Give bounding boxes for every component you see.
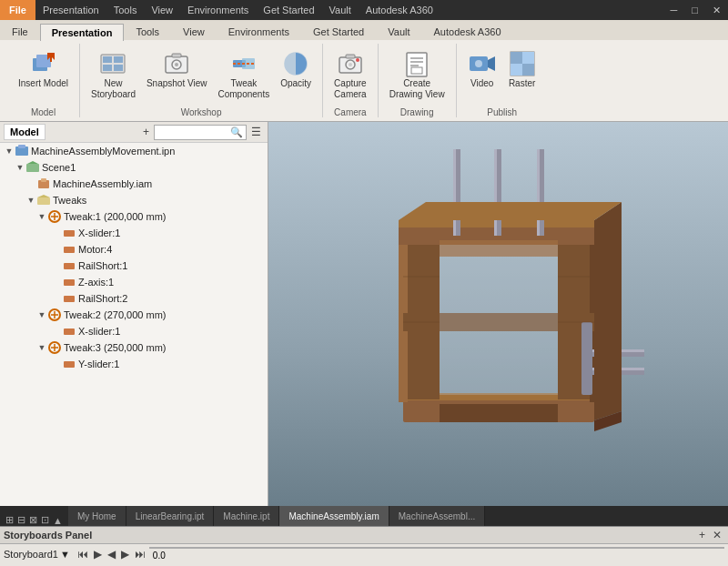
machine-svg <box>349 140 649 486</box>
tick-10: 10 <box>441 548 451 549</box>
tab-view[interactable]: View <box>171 23 217 40</box>
toggle-railshort1 <box>51 261 62 270</box>
file-menu[interactable]: File <box>0 0 35 20</box>
ribbon-group-drawing: CreateDrawing View Drawing <box>379 44 457 117</box>
maximize-button[interactable]: □ <box>684 5 705 15</box>
capture-camera-label: CaptureCamera <box>334 78 367 100</box>
svg-rect-46 <box>64 230 75 237</box>
menu-environments[interactable]: Environments <box>180 0 256 20</box>
insert-model-button[interactable]: Insert Model <box>15 47 72 91</box>
svg-point-19 <box>349 63 352 66</box>
tab-nav-1[interactable]: ⊟ <box>15 514 27 526</box>
tree-item-tweak1[interactable]: ▼ Tweak:1 (200,000 mm) <box>0 208 268 225</box>
capture-camera-button[interactable]: CaptureCamera <box>330 47 370 102</box>
menu-get-started[interactable]: Get Started <box>256 0 321 20</box>
tree-item-assembly-iam[interactable]: MachineAssembly.iam <box>0 176 268 192</box>
tree-item-scene1[interactable]: ▼ Scene1 <box>0 159 268 176</box>
toggle-tweak1[interactable]: ▼ <box>36 212 47 221</box>
raster-icon <box>508 49 537 78</box>
menu-bar: File Presentation Tools View Environment… <box>0 0 728 20</box>
tweak2-icon <box>47 308 62 322</box>
tree-item-tweak2[interactable]: ▼ Tweak:2 (270,000 mm) <box>0 307 268 323</box>
ribbon-camera-items: CaptureCamera <box>330 44 370 106</box>
toggle-root[interactable]: ▼ <box>4 147 15 156</box>
tab-tools[interactable]: Tools <box>124 23 171 40</box>
tab-linear-bearing[interactable]: LinearBearing.ipt <box>126 506 215 526</box>
create-drawing-view-button[interactable]: CreateDrawing View <box>386 47 449 102</box>
ribbon-workshop-items: NewStoryboard Snapshot View TweakCompone… <box>87 44 315 106</box>
search-icon[interactable]: 🔍 <box>230 126 243 138</box>
raster-button[interactable]: Raster <box>504 47 541 91</box>
tweak-components-button[interactable]: TweakComponents <box>214 47 273 102</box>
ribbon-group-camera: CaptureCamera Camera <box>323 44 379 117</box>
storyboard-add-button[interactable]: + <box>696 529 708 541</box>
tab-nav-3[interactable]: ⊡ <box>39 514 51 526</box>
storyboard-close-button[interactable]: ✕ <box>710 529 724 541</box>
video-label: Video <box>470 78 493 89</box>
toggle-tweak3[interactable]: ▼ <box>36 343 47 352</box>
toggle-scene1[interactable]: ▼ <box>15 163 25 172</box>
step-reverse-button[interactable]: ◀ <box>106 548 117 561</box>
skip-to-start-button[interactable]: ⏮ <box>76 548 90 561</box>
search-input[interactable] <box>157 127 230 137</box>
time-value: 0.0 <box>153 551 166 561</box>
tab-scroll-left[interactable]: ⊞ <box>4 514 15 526</box>
tree-item-tweaks[interactable]: ▼ Tweaks <box>0 192 268 208</box>
menu-presentation[interactable]: Presentation <box>35 0 106 20</box>
storyboard-options-icon[interactable]: ▼ <box>60 549 70 560</box>
tree-item-yslider1[interactable]: Y-slider:1 <box>0 356 268 372</box>
play-button[interactable]: ▶ <box>92 548 104 561</box>
tree-item-xslider1-t2[interactable]: X-slider:1 <box>0 323 268 339</box>
tree-item-railshort2[interactable]: RailShort:2 <box>0 290 268 307</box>
toggle-iam[interactable] <box>25 179 36 188</box>
snapshot-view-button[interactable]: Snapshot View <box>143 47 211 91</box>
main-area: Model + 🔍 ☰ ▼ MachineAssemblyMovement.ip… <box>0 122 728 506</box>
toggle-tweaks[interactable]: ▼ <box>25 196 36 205</box>
video-button[interactable]: Video <box>464 47 500 91</box>
new-storyboard-button[interactable]: NewStoryboard <box>87 47 139 102</box>
toggle-zaxis1 <box>51 278 62 287</box>
svg-rect-7 <box>103 65 112 71</box>
sidebar-options-button[interactable]: ☰ <box>248 126 264 138</box>
tab-machine-assembly-iam[interactable]: MachineAssembly.iam <box>279 506 389 526</box>
skip-to-end-button[interactable]: ⏭ <box>133 548 147 561</box>
yslider1-icon <box>62 357 76 371</box>
tree-item-motor4[interactable]: Motor:4 <box>0 241 268 258</box>
tab-presentation[interactable]: Presentation <box>40 24 125 41</box>
tab-vault[interactable]: Vault <box>376 23 421 40</box>
tree-item-railshort1[interactable]: RailShort:1 <box>0 258 268 274</box>
viewport[interactable] <box>268 122 728 506</box>
close-button[interactable]: ✕ <box>705 5 728 16</box>
menu-view[interactable]: View <box>144 0 180 20</box>
tab-environments[interactable]: Environments <box>217 23 301 40</box>
timeline[interactable]: 1 2 3 4 5 6 7 8 9 10 11 12 13 <box>149 547 724 549</box>
menu-tools[interactable]: Tools <box>106 0 145 20</box>
svg-point-21 <box>356 58 359 62</box>
tab-my-home[interactable]: My Home <box>68 506 126 526</box>
sidebar-expand-button[interactable]: + <box>140 126 152 138</box>
tree-item-tweak3[interactable]: ▼ Tweak:3 (250,000 mm) <box>0 339 268 356</box>
tweak-components-label: TweakComponents <box>217 78 269 100</box>
tab-scroll-right[interactable]: ▲ <box>51 515 65 526</box>
sidebar-tab-model[interactable]: Model <box>4 124 46 140</box>
svg-rect-40 <box>41 178 46 182</box>
menu-autodesk-a360[interactable]: Autodesk A360 <box>359 0 440 20</box>
tab-file[interactable]: File <box>0 23 40 40</box>
tree-item-xslider1[interactable]: X-slider:1 <box>0 225 268 241</box>
tree-item-root[interactable]: ▼ MachineAssemblyMovement.ipn <box>0 143 268 159</box>
tab-a360[interactable]: Autodesk A360 <box>422 23 513 40</box>
tree-item-zaxis1[interactable]: Z-axis:1 <box>0 274 268 290</box>
opacity-button[interactable]: Opacity <box>277 47 315 91</box>
step-forward-button[interactable]: ▶ <box>119 548 131 561</box>
xslider1-icon <box>62 226 76 240</box>
tab-machine-ipt[interactable]: Machine.ipt <box>214 506 279 526</box>
tab-nav-2[interactable]: ⊠ <box>27 514 39 526</box>
drawing-group-label: Drawing <box>400 106 434 117</box>
toggle-tweak2[interactable]: ▼ <box>36 310 47 319</box>
tab-machine-assembly-ipn[interactable]: MachineAssembl... <box>389 506 485 526</box>
video-icon <box>468 49 497 78</box>
menu-vault[interactable]: Vault <box>322 0 359 20</box>
minimize-button[interactable]: ─ <box>663 5 685 15</box>
sidebar-search[interactable]: 🔍 <box>154 125 247 140</box>
tab-get-started[interactable]: Get Started <box>301 23 376 40</box>
